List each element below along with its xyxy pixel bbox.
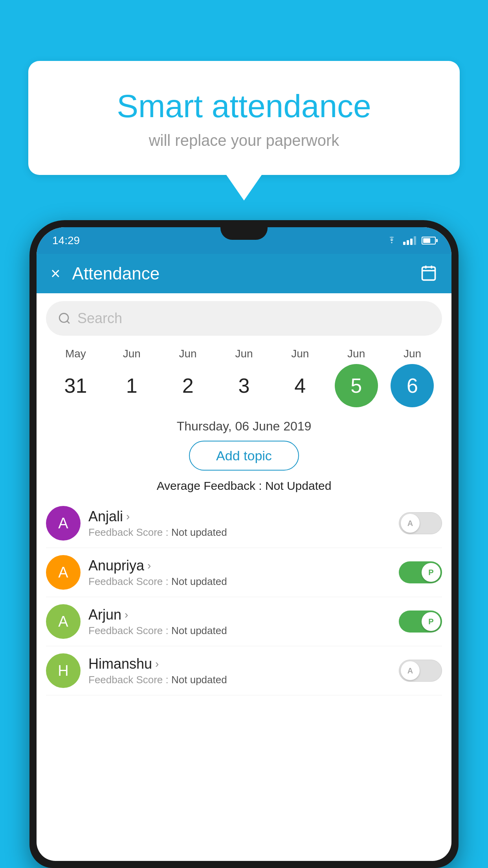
- student-info: Arjun › Feedback Score : Not updated: [88, 607, 393, 637]
- feedback-score: Feedback Score : Not updated: [88, 576, 393, 588]
- list-item: A Anupriya › Feedback Score : Not update…: [46, 548, 442, 597]
- svg-point-4: [59, 313, 68, 322]
- dates-row: 31 1 2 3 4 5 6: [44, 360, 444, 415]
- selected-date-text: Thursday, 06 June 2019: [37, 415, 451, 441]
- avatar: A: [46, 604, 81, 639]
- signal-bars-icon: [403, 236, 416, 245]
- toggle-off[interactable]: A: [399, 512, 442, 534]
- list-item: H Himanshu › Feedback Score : Not update…: [46, 646, 442, 695]
- month-1: Jun: [108, 348, 155, 360]
- speech-bubble-tail: [226, 175, 262, 200]
- status-icons: [386, 236, 436, 245]
- months-row: May Jun Jun Jun Jun Jun Jun: [44, 348, 444, 360]
- speech-bubble-subtitle: will replace your paperwork: [52, 132, 436, 149]
- search-icon: [58, 312, 71, 325]
- month-5: Jun: [333, 348, 380, 360]
- toggle-on[interactable]: P: [399, 611, 442, 633]
- date-31[interactable]: 31: [54, 364, 97, 407]
- app-header: × Attendance: [37, 254, 451, 293]
- month-3: Jun: [220, 348, 268, 360]
- date-1[interactable]: 1: [110, 364, 153, 407]
- date-6-selected[interactable]: 6: [391, 364, 434, 407]
- date-3[interactable]: 3: [222, 364, 266, 407]
- search-placeholder: Search: [77, 310, 122, 327]
- phone-inner: 14:29: [37, 227, 451, 861]
- avg-feedback: Average Feedback : Not Updated: [37, 479, 451, 493]
- month-4: Jun: [277, 348, 324, 360]
- avatar: H: [46, 653, 81, 688]
- wifi-icon: [386, 236, 398, 245]
- chevron-right-icon: ›: [125, 609, 128, 621]
- student-name[interactable]: Anjali ›: [88, 508, 393, 525]
- attendance-toggle[interactable]: P: [399, 611, 442, 633]
- student-list: A Anjali › Feedback Score : Not updated …: [37, 499, 451, 695]
- month-0: May: [52, 348, 99, 360]
- toggle-knob: P: [422, 612, 440, 631]
- feedback-score: Feedback Score : Not updated: [88, 674, 393, 686]
- avg-feedback-label: Average Feedback :: [157, 479, 262, 492]
- feedback-score: Feedback Score : Not updated: [88, 526, 393, 539]
- calendar-row: May Jun Jun Jun Jun Jun Jun 31 1 2 3 4 5…: [37, 344, 451, 415]
- month-6: Jun: [389, 348, 436, 360]
- speech-bubble-container: Smart attendance will replace your paper…: [28, 61, 460, 200]
- toggle-off[interactable]: A: [399, 660, 442, 682]
- toggle-knob: A: [401, 514, 420, 533]
- student-name[interactable]: Anupriya ›: [88, 557, 393, 574]
- close-button[interactable]: ×: [51, 264, 61, 283]
- date-4[interactable]: 4: [279, 364, 322, 407]
- attendance-toggle[interactable]: P: [399, 561, 442, 583]
- date-2[interactable]: 2: [166, 364, 209, 407]
- avg-feedback-value: Not Updated: [265, 479, 331, 492]
- header-title: Attendance: [72, 264, 420, 283]
- chevron-right-icon: ›: [126, 510, 130, 523]
- battery-icon: [422, 237, 436, 245]
- chevron-right-icon: ›: [147, 559, 151, 572]
- add-topic-button[interactable]: Add topic: [189, 441, 299, 471]
- speech-bubble: Smart attendance will replace your paper…: [28, 61, 460, 175]
- attendance-toggle[interactable]: A: [399, 660, 442, 682]
- toggle-knob: A: [401, 661, 420, 680]
- toggle-knob: P: [422, 563, 440, 582]
- student-info: Himanshu › Feedback Score : Not updated: [88, 656, 393, 686]
- search-bar[interactable]: Search: [46, 301, 442, 336]
- date-5-today[interactable]: 5: [335, 364, 378, 407]
- avatar: A: [46, 555, 81, 590]
- speech-bubble-title: Smart attendance: [52, 88, 436, 124]
- avatar: A: [46, 506, 81, 541]
- student-info: Anjali › Feedback Score : Not updated: [88, 508, 393, 539]
- attendance-toggle[interactable]: A: [399, 512, 442, 534]
- svg-line-5: [67, 321, 70, 324]
- toggle-on[interactable]: P: [399, 561, 442, 583]
- status-time: 14:29: [52, 234, 80, 247]
- phone-notch: [220, 227, 268, 240]
- feedback-score: Feedback Score : Not updated: [88, 625, 393, 637]
- student-name[interactable]: Arjun ›: [88, 607, 393, 623]
- calendar-icon[interactable]: [420, 264, 437, 283]
- svg-rect-0: [422, 267, 435, 280]
- student-name[interactable]: Himanshu ›: [88, 656, 393, 672]
- chevron-right-icon: ›: [155, 658, 159, 670]
- student-info: Anupriya › Feedback Score : Not updated: [88, 557, 393, 588]
- list-item: A Anjali › Feedback Score : Not updated …: [46, 499, 442, 548]
- month-2: Jun: [164, 348, 211, 360]
- list-item: A Arjun › Feedback Score : Not updated P: [46, 597, 442, 646]
- phone-frame: 14:29: [29, 220, 459, 868]
